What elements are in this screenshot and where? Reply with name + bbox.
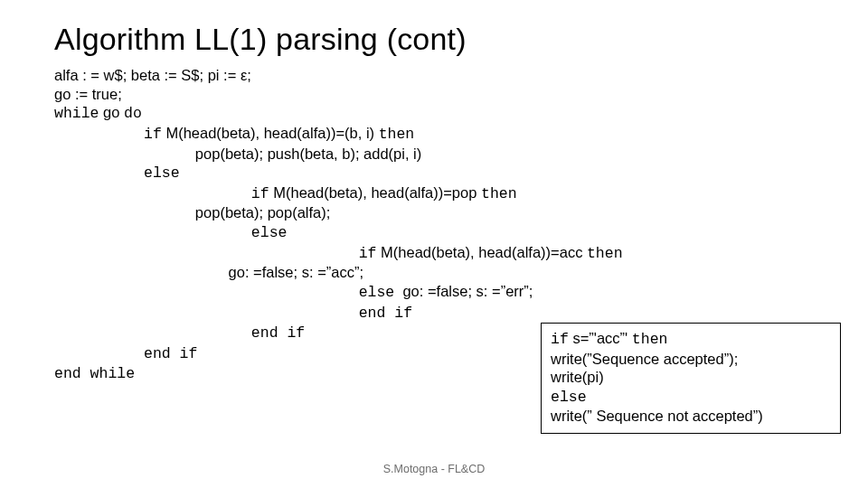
code-line: alfa : = w$; beta := S$; pi := ε; [54,67,251,83]
kw-else: else [54,224,287,241]
code-line: go := true; [54,86,122,102]
kw-else: else [54,164,180,182]
kw-then: then [632,331,668,348]
kw-then: then [379,126,415,143]
kw-if: if [551,331,569,348]
kw-endif: end if [54,324,305,342]
code-line: go: =false; s: =”acc”; [54,264,363,280]
kw-do: do [124,105,142,122]
kw-else: else [54,284,394,301]
kw-endwhile: end while [54,365,135,382]
result-box: if s=”'acc”' then write(”Sequence accept… [541,323,841,434]
code-text: go [99,104,125,120]
code-line: write(pi) [551,369,604,385]
page-title: Algorithm LL(1) parsing (cont) [54,22,814,57]
code-line: pop(beta); pop(alfa); [54,204,330,221]
kw-then: then [481,185,517,202]
code-line: pop(beta); push(beta, b); add(pi, i) [54,145,421,162]
kw-then: then [587,245,623,262]
kw-while: while [54,105,99,122]
kw-else: else [551,389,587,406]
slide: Algorithm LL(1) parsing (cont) alfa : = … [0,0,868,488]
code-text: go: =false; s: =”err”; [394,283,533,299]
kw-endif: end if [54,345,197,362]
kw-endif: end if [54,305,412,322]
code-text: M(head(beta), head(alfa))=(b, i) [162,125,379,141]
kw-if: if [54,185,269,202]
code-text: s=”'acc”' [569,330,632,346]
kw-if: if [54,126,162,143]
kw-if: if [54,245,376,262]
code-text: M(head(beta), head(alfa))=acc [376,244,587,260]
code-line: write(”Sequence accepted”); [551,351,738,367]
slide-footer: S.Motogna - FL&CD [0,463,868,475]
code-text: M(head(beta), head(alfa))=pop [269,184,481,201]
code-line: write(” Sequence not accepted”) [551,408,763,424]
